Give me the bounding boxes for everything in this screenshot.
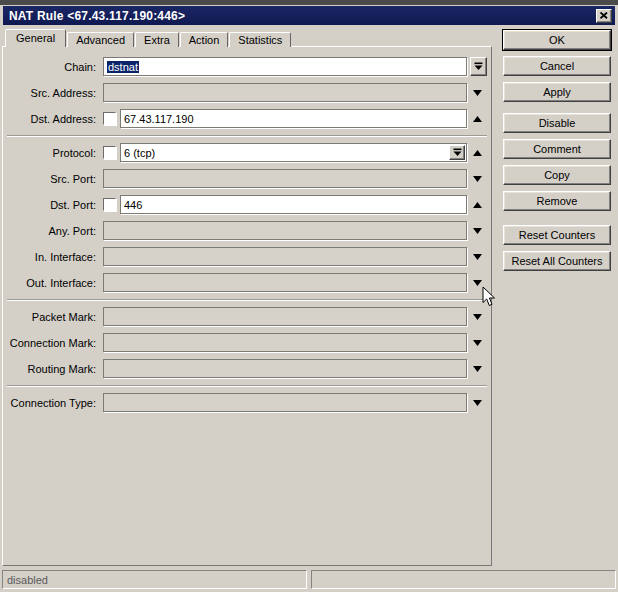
remove-button[interactable]: Remove xyxy=(503,191,611,211)
window-title: NAT Rule <67.43.117.190:446> xyxy=(9,9,596,23)
protocol-input[interactable]: 6 (tcp) xyxy=(120,143,467,162)
action-button-column: OK Cancel Apply Disable Comment Copy Rem… xyxy=(502,30,614,277)
field-row-packet-mark: Packet Mark: xyxy=(3,307,491,326)
dst-address-input[interactable]: 67.43.117.190 xyxy=(120,109,467,128)
status-secondary xyxy=(311,570,616,589)
triangle-down-icon xyxy=(473,340,482,346)
connection-type-label: Connection Type: xyxy=(3,397,103,409)
protocol-value: 6 (tcp) xyxy=(124,147,155,159)
in-interface-expand-button[interactable] xyxy=(467,247,488,266)
out-interface-label: Out. Interface: xyxy=(3,277,103,289)
separator xyxy=(7,299,487,301)
routing-mark-expand-button[interactable] xyxy=(467,359,488,378)
in-interface-input xyxy=(103,247,467,266)
status-message: disabled xyxy=(2,570,307,589)
chain-label: Chain: xyxy=(3,61,103,73)
field-row-connection-type: Connection Type: xyxy=(3,393,491,412)
close-icon xyxy=(600,12,608,19)
protocol-collapse-button[interactable] xyxy=(467,143,488,162)
out-interface-input xyxy=(103,273,467,292)
tab-general[interactable]: General xyxy=(5,29,66,47)
connection-type-input xyxy=(103,393,467,412)
triangle-down-icon xyxy=(473,314,482,320)
tab-bar: General Advanced Extra Action Statistics xyxy=(5,29,292,47)
triangle-down-icon xyxy=(473,90,482,96)
ok-button[interactable]: OK xyxy=(503,30,611,50)
chain-dropdown-button[interactable] xyxy=(470,57,487,76)
triangle-down-icon xyxy=(473,228,482,234)
field-row-connection-mark: Connection Mark: xyxy=(3,333,491,352)
title-bar[interactable]: NAT Rule <67.43.117.190:446> xyxy=(3,6,615,25)
field-row-dst-port: Dst. Port: 446 xyxy=(3,195,491,214)
triangle-up-icon xyxy=(473,202,482,208)
status-bar: disabled xyxy=(2,570,616,589)
apply-button[interactable]: Apply xyxy=(503,82,611,102)
dst-address-collapse-button[interactable] xyxy=(467,109,488,128)
close-button[interactable] xyxy=(596,9,612,23)
src-address-label: Src. Address: xyxy=(3,87,103,99)
field-row-any-port: Any. Port: xyxy=(3,221,491,240)
reset-all-counters-button[interactable]: Reset All Counters xyxy=(503,251,611,271)
chain-value-selected: dstnat xyxy=(107,61,139,73)
connection-mark-label: Connection Mark: xyxy=(3,337,103,349)
triangle-down-icon xyxy=(473,366,482,372)
dst-port-input[interactable]: 446 xyxy=(120,195,467,214)
triangle-up-icon xyxy=(473,116,482,122)
field-row-chain: Chain: dstnat xyxy=(3,57,491,76)
window-frame-top xyxy=(0,0,618,5)
any-port-input xyxy=(103,221,467,240)
routing-mark-input xyxy=(103,359,467,378)
dst-port-label: Dst. Port: xyxy=(3,199,103,211)
protocol-label: Protocol: xyxy=(3,147,103,159)
protocol-checkbox[interactable] xyxy=(103,146,116,159)
tab-extra[interactable]: Extra xyxy=(135,32,179,47)
src-address-input xyxy=(103,83,467,102)
tab-advanced[interactable]: Advanced xyxy=(67,32,134,47)
tab-statistics[interactable]: Statistics xyxy=(229,32,291,47)
nat-rule-dialog: { "window": { "title": "NAT Rule <67.43.… xyxy=(0,0,618,592)
separator xyxy=(7,385,487,387)
field-row-in-interface: In. Interface: xyxy=(3,247,491,266)
connection-mark-expand-button[interactable] xyxy=(467,333,488,352)
src-port-input xyxy=(103,169,467,188)
triangle-down-icon xyxy=(473,176,482,182)
cancel-button[interactable]: Cancel xyxy=(503,56,611,76)
field-row-out-interface: Out. Interface: xyxy=(3,273,491,292)
triangle-down-icon xyxy=(473,254,482,260)
out-interface-expand-button[interactable] xyxy=(467,273,488,292)
packet-mark-expand-button[interactable] xyxy=(467,307,488,326)
connection-type-expand-button[interactable] xyxy=(467,393,488,412)
general-tab-page: Chain: dstnat Src. Address: Dst. Address… xyxy=(2,46,492,566)
src-port-label: Src. Port: xyxy=(3,173,103,185)
src-address-expand-button[interactable] xyxy=(467,83,488,102)
dst-port-checkbox[interactable] xyxy=(103,198,116,211)
chain-input[interactable]: dstnat xyxy=(103,57,467,76)
connection-mark-input xyxy=(103,333,467,352)
packet-mark-label: Packet Mark: xyxy=(3,311,103,323)
dropdown-icon xyxy=(474,62,483,71)
dst-address-checkbox[interactable] xyxy=(103,112,116,125)
triangle-down-icon xyxy=(473,400,482,406)
src-port-expand-button[interactable] xyxy=(467,169,488,188)
field-row-protocol: Protocol: 6 (tcp) xyxy=(3,143,491,162)
disable-button[interactable]: Disable xyxy=(503,113,611,133)
dst-address-label: Dst. Address: xyxy=(3,113,103,125)
protocol-dropdown-button[interactable] xyxy=(449,145,465,160)
reset-counters-button[interactable]: Reset Counters xyxy=(503,225,611,245)
field-row-src-port: Src. Port: xyxy=(3,169,491,188)
copy-button[interactable]: Copy xyxy=(503,165,611,185)
tab-action[interactable]: Action xyxy=(180,32,229,47)
triangle-up-icon xyxy=(473,150,482,156)
dst-port-collapse-button[interactable] xyxy=(467,195,488,214)
routing-mark-label: Routing Mark: xyxy=(3,363,103,375)
field-row-routing-mark: Routing Mark: xyxy=(3,359,491,378)
any-port-label: Any. Port: xyxy=(3,225,103,237)
comment-button[interactable]: Comment xyxy=(503,139,611,159)
triangle-down-icon xyxy=(473,280,482,286)
dropdown-icon xyxy=(453,148,462,157)
field-row-dst-address: Dst. Address: 67.43.117.190 xyxy=(3,109,491,128)
separator xyxy=(7,135,487,137)
in-interface-label: In. Interface: xyxy=(3,251,103,263)
any-port-expand-button[interactable] xyxy=(467,221,488,240)
packet-mark-input xyxy=(103,307,467,326)
